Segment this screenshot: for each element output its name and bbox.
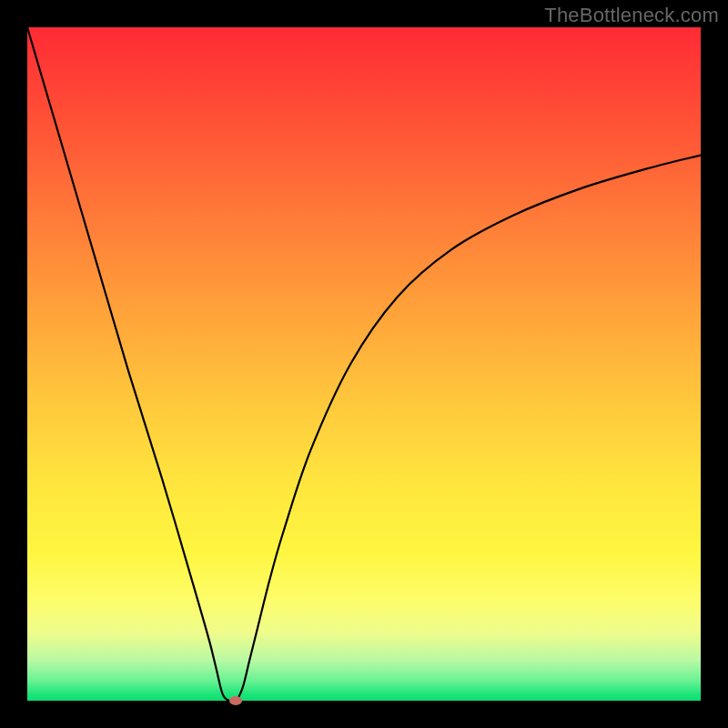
optimum-marker — [229, 696, 242, 705]
curve-line — [27, 27, 701, 702]
chart-frame: TheBottleneck.com — [0, 0, 728, 728]
attribution-watermark: TheBottleneck.com — [544, 4, 719, 27]
bottleneck-curve — [27, 27, 701, 701]
plot-area — [27, 27, 701, 701]
